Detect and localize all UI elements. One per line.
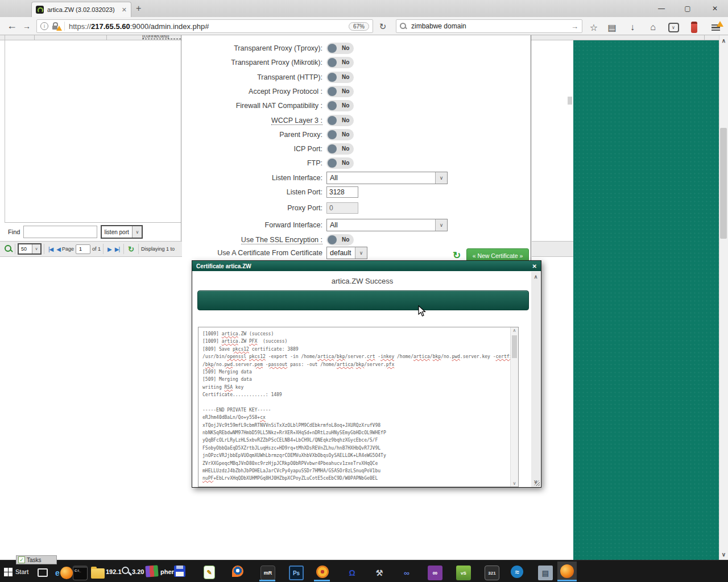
prev-page-icon[interactable]: ◀ — [56, 246, 60, 252]
refresh-grid-icon[interactable]: ↻ — [128, 245, 134, 253]
floppy-save-icon[interactable] — [174, 566, 185, 577]
log-scrollbar[interactable]: ∧ ∨ — [510, 327, 518, 487]
scrollbar-up-icon[interactable]: ∧ — [720, 38, 727, 44]
blender-icon[interactable] — [232, 566, 243, 577]
check-icon: ✓ — [18, 556, 25, 563]
page-size-select[interactable]: 50∨ — [18, 243, 42, 255]
extension-icon[interactable] — [687, 21, 701, 34]
firefox-taskbar-button[interactable] — [557, 562, 577, 580]
modal-scroll-up-icon[interactable]: ∧ — [531, 274, 540, 280]
ssl-encryption-toggle[interactable]: No — [326, 234, 354, 246]
visual-studio-icon[interactable]: ∞ — [428, 566, 442, 580]
insecure-lock-icon[interactable] — [52, 22, 60, 30]
url-text[interactable]: https://217.65.5.60:9000/admin.index.php… — [69, 22, 209, 31]
toggle-wccp-layer-3[interactable]: No — [326, 115, 354, 126]
find-column-select[interactable]: listen port∨ — [101, 225, 143, 239]
header-divider — [106, 35, 107, 40]
toggle-transparent-http[interactable]: No — [326, 72, 354, 83]
proxy-port-label: Proxy Port: — [188, 204, 326, 212]
listen-port-input[interactable] — [326, 186, 358, 198]
scrollbar-down-icon[interactable]: ∨ — [720, 551, 727, 558]
modal-scrollbar[interactable]: ∧ ∨ — [531, 272, 540, 487]
log-line: xTQojJVc9t59mfL9cbmRTNVVnSiTxXzOLblPM9Cd… — [202, 422, 514, 429]
forward-interface-row: Forward Interface: All∨ — [188, 219, 461, 231]
terminal-icon[interactable]: C:\_ — [73, 566, 88, 580]
refresh-certificates-icon[interactable]: ↻ — [453, 250, 461, 261]
listen-interface-select[interactable]: All∨ — [326, 172, 448, 184]
notepad-icon[interactable]: ✎ — [204, 566, 215, 579]
log-scroll-thumb[interactable] — [512, 335, 517, 358]
modal-close-icon[interactable]: ✕ — [532, 263, 537, 269]
pocket-icon[interactable]: ∨ — [667, 21, 680, 34]
window-maximize-button[interactable]: ▢ — [678, 1, 697, 16]
search-grid-icon[interactable] — [5, 245, 13, 253]
folder-icon[interactable] — [91, 568, 105, 579]
mpc-hc-icon[interactable]: 321 — [485, 566, 499, 580]
search-go-icon[interactable]: → — [571, 22, 578, 31]
first-page-icon[interactable]: |◀ — [48, 246, 53, 252]
toggle-parent-proxy[interactable]: No — [326, 129, 354, 140]
tasks-window-tab[interactable]: ✓ Tasks — [16, 555, 57, 564]
start-button[interactable]: Start — [1, 563, 36, 580]
mremoteng-icon[interactable]: mR — [260, 566, 275, 580]
openoffice-icon[interactable]: ≈ — [511, 566, 523, 578]
toggle-ftp[interactable]: No — [326, 157, 354, 169]
toggle-transparent-proxy-tproxy[interactable]: No — [326, 43, 354, 54]
certificate-log-box[interactable]: [1009] artica.ZW (success)[1009] artica.… — [198, 327, 519, 487]
infinity-app-icon[interactable]: ∞ — [399, 566, 414, 580]
vsphere-icon[interactable]: vS — [456, 566, 471, 580]
find-input[interactable] — [23, 226, 97, 238]
toggle-transparent-proxy-mikrotik[interactable]: No — [326, 57, 354, 68]
certificate-select[interactable]: default∨ — [326, 247, 367, 259]
page-number-input[interactable] — [76, 244, 90, 254]
header-divider — [704, 35, 705, 40]
audio-app-icon[interactable]: Ω — [345, 566, 359, 580]
next-page-icon[interactable]: ▶ — [107, 246, 111, 252]
inner-scrollbar-thumb[interactable] — [568, 97, 572, 105]
show-desktop-icon[interactable] — [38, 568, 48, 577]
forward-interface-select[interactable]: All∨ — [326, 219, 448, 231]
log-scroll-down-icon[interactable]: ∨ — [511, 481, 518, 486]
menu-hamburger-icon[interactable] — [709, 21, 722, 34]
back-button[interactable]: ← — [7, 20, 17, 32]
server-manager-icon[interactable]: ▤ — [538, 566, 553, 580]
downloads-icon[interactable]: ↓ — [626, 21, 639, 34]
form-label-ftp: FTP: — [188, 159, 326, 167]
search-bar[interactable]: → — [396, 19, 582, 33]
toggle-icp-port[interactable]: No — [326, 143, 354, 155]
toggle-row: ICP Port:No — [188, 143, 461, 155]
browser-scrollbar[interactable] — [719, 35, 728, 560]
scrollbar-thumb[interactable] — [720, 128, 727, 239]
browser-tab[interactable]: artica.ZW (3.02.032023) ✕ — [31, 2, 131, 17]
new-tab-button[interactable]: + — [136, 3, 141, 14]
page-info-icon[interactable]: i — [40, 22, 48, 30]
reload-button[interactable]: ↻ — [377, 20, 389, 33]
modal-titlebar[interactable]: Certificate artica.ZW ✕ — [192, 261, 541, 271]
zoom-level-badge[interactable]: 67% — [349, 22, 369, 31]
last-page-icon[interactable]: ▶| — [115, 246, 119, 252]
toggle-accept-proxy-protocol[interactable]: No — [326, 86, 354, 97]
log-scroll-up-icon[interactable]: ∧ — [511, 328, 518, 333]
window-close-button[interactable]: ✕ — [705, 1, 725, 16]
bookmark-star-icon[interactable]: ☆ — [587, 21, 601, 34]
xnview-icon[interactable] — [316, 566, 329, 578]
toggle-firewall-nat-compatibility[interactable]: No — [326, 100, 354, 111]
firefox-small-icon[interactable] — [60, 567, 73, 579]
home-icon[interactable]: ⌂ — [646, 21, 660, 34]
clipboard-icon[interactable]: ▤ — [605, 21, 619, 34]
window-minimize-button[interactable]: — — [652, 1, 671, 16]
forward-interface-label: Forward Interface: — [188, 221, 326, 229]
forward-button[interactable]: → — [23, 22, 31, 31]
winrar-icon[interactable] — [145, 565, 158, 577]
modal-resize-grip[interactable] — [534, 480, 540, 486]
form-label-firewall-nat-compatibility: Firewall NAT Compatibility : — [188, 102, 326, 110]
artica-favicon — [36, 6, 44, 14]
search-input[interactable] — [410, 22, 571, 31]
admin-tools-icon[interactable]: ⚒ — [372, 566, 387, 580]
url-bar[interactable]: i https://217.65.5.60:9000/admin.index.p… — [36, 19, 373, 33]
windows-search-icon[interactable] — [121, 566, 132, 577]
tab-close-icon[interactable]: ✕ — [122, 6, 127, 14]
photoshop-icon[interactable]: Ps — [289, 566, 304, 580]
open-window-underline — [314, 580, 330, 581]
toggle-knob — [328, 58, 337, 67]
